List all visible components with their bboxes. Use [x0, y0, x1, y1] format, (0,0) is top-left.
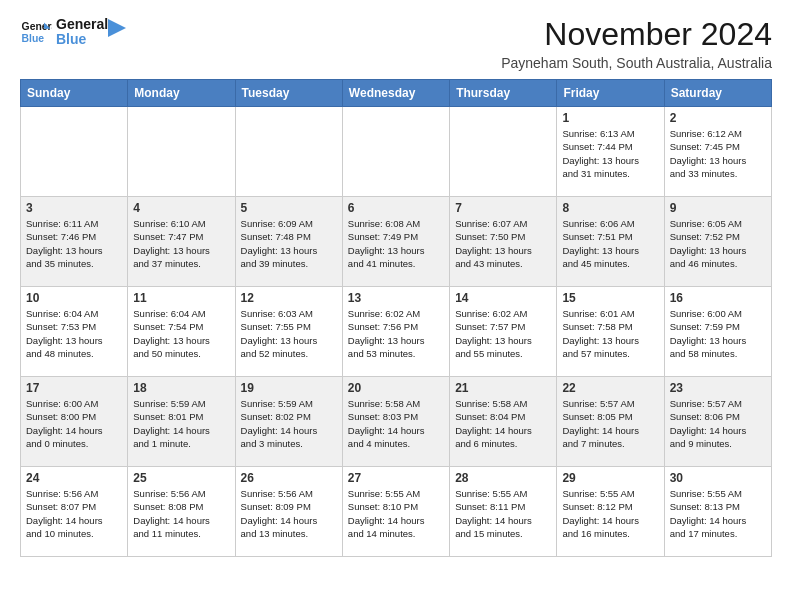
calendar-cell: 13Sunrise: 6:02 AM Sunset: 7:56 PM Dayli… — [342, 287, 449, 377]
calendar-cell: 29Sunrise: 5:55 AM Sunset: 8:12 PM Dayli… — [557, 467, 664, 557]
calendar-cell: 1Sunrise: 6:13 AM Sunset: 7:44 PM Daylig… — [557, 107, 664, 197]
calendar-cell: 16Sunrise: 6:00 AM Sunset: 7:59 PM Dayli… — [664, 287, 771, 377]
day-info: Sunrise: 6:01 AM Sunset: 7:58 PM Dayligh… — [562, 307, 658, 360]
calendar-cell: 14Sunrise: 6:02 AM Sunset: 7:57 PM Dayli… — [450, 287, 557, 377]
calendar-cell: 10Sunrise: 6:04 AM Sunset: 7:53 PM Dayli… — [21, 287, 128, 377]
calendar-cell — [21, 107, 128, 197]
day-number: 22 — [562, 381, 658, 395]
calendar-week-2: 3Sunrise: 6:11 AM Sunset: 7:46 PM Daylig… — [21, 197, 772, 287]
calendar-cell: 8Sunrise: 6:06 AM Sunset: 7:51 PM Daylig… — [557, 197, 664, 287]
day-info: Sunrise: 6:06 AM Sunset: 7:51 PM Dayligh… — [562, 217, 658, 270]
calendar-week-5: 24Sunrise: 5:56 AM Sunset: 8:07 PM Dayli… — [21, 467, 772, 557]
day-info: Sunrise: 6:00 AM Sunset: 8:00 PM Dayligh… — [26, 397, 122, 450]
weekday-header-thursday: Thursday — [450, 80, 557, 107]
day-number: 18 — [133, 381, 229, 395]
day-number: 12 — [241, 291, 337, 305]
calendar-cell — [128, 107, 235, 197]
logo-icon: General Blue — [20, 16, 52, 48]
calendar-cell: 22Sunrise: 5:57 AM Sunset: 8:05 PM Dayli… — [557, 377, 664, 467]
day-number: 13 — [348, 291, 444, 305]
calendar-cell: 11Sunrise: 6:04 AM Sunset: 7:54 PM Dayli… — [128, 287, 235, 377]
day-info: Sunrise: 5:56 AM Sunset: 8:08 PM Dayligh… — [133, 487, 229, 540]
calendar-cell — [342, 107, 449, 197]
day-info: Sunrise: 6:04 AM Sunset: 7:53 PM Dayligh… — [26, 307, 122, 360]
day-number: 14 — [455, 291, 551, 305]
calendar-table: SundayMondayTuesdayWednesdayThursdayFrid… — [20, 79, 772, 557]
calendar-cell: 21Sunrise: 5:58 AM Sunset: 8:04 PM Dayli… — [450, 377, 557, 467]
day-number: 15 — [562, 291, 658, 305]
day-info: Sunrise: 6:11 AM Sunset: 7:46 PM Dayligh… — [26, 217, 122, 270]
weekday-header-sunday: Sunday — [21, 80, 128, 107]
svg-text:Blue: Blue — [22, 33, 45, 44]
page: General Blue General Blue November 2024 … — [0, 0, 792, 573]
weekday-header-wednesday: Wednesday — [342, 80, 449, 107]
day-number: 23 — [670, 381, 766, 395]
day-info: Sunrise: 6:04 AM Sunset: 7:54 PM Dayligh… — [133, 307, 229, 360]
weekday-header-monday: Monday — [128, 80, 235, 107]
day-info: Sunrise: 6:10 AM Sunset: 7:47 PM Dayligh… — [133, 217, 229, 270]
day-number: 2 — [670, 111, 766, 125]
calendar-cell: 24Sunrise: 5:56 AM Sunset: 8:07 PM Dayli… — [21, 467, 128, 557]
calendar-cell: 7Sunrise: 6:07 AM Sunset: 7:50 PM Daylig… — [450, 197, 557, 287]
calendar-cell: 12Sunrise: 6:03 AM Sunset: 7:55 PM Dayli… — [235, 287, 342, 377]
day-info: Sunrise: 5:58 AM Sunset: 8:04 PM Dayligh… — [455, 397, 551, 450]
day-info: Sunrise: 6:09 AM Sunset: 7:48 PM Dayligh… — [241, 217, 337, 270]
day-info: Sunrise: 6:12 AM Sunset: 7:45 PM Dayligh… — [670, 127, 766, 180]
day-info: Sunrise: 6:13 AM Sunset: 7:44 PM Dayligh… — [562, 127, 658, 180]
weekday-header-saturday: Saturday — [664, 80, 771, 107]
day-info: Sunrise: 5:57 AM Sunset: 8:05 PM Dayligh… — [562, 397, 658, 450]
day-number: 9 — [670, 201, 766, 215]
calendar-cell: 28Sunrise: 5:55 AM Sunset: 8:11 PM Dayli… — [450, 467, 557, 557]
day-number: 6 — [348, 201, 444, 215]
day-info: Sunrise: 5:58 AM Sunset: 8:03 PM Dayligh… — [348, 397, 444, 450]
calendar-week-4: 17Sunrise: 6:00 AM Sunset: 8:00 PM Dayli… — [21, 377, 772, 467]
svg-marker-3 — [108, 19, 126, 37]
day-number: 19 — [241, 381, 337, 395]
logo-arrow-icon — [108, 19, 126, 37]
logo-general: General — [56, 17, 108, 32]
day-info: Sunrise: 5:59 AM Sunset: 8:01 PM Dayligh… — [133, 397, 229, 450]
day-number: 17 — [26, 381, 122, 395]
day-number: 26 — [241, 471, 337, 485]
title-section: November 2024 Payneham South, South Aust… — [501, 16, 772, 71]
day-number: 8 — [562, 201, 658, 215]
calendar-cell: 6Sunrise: 6:08 AM Sunset: 7:49 PM Daylig… — [342, 197, 449, 287]
day-number: 16 — [670, 291, 766, 305]
weekday-header-friday: Friday — [557, 80, 664, 107]
day-info: Sunrise: 5:55 AM Sunset: 8:11 PM Dayligh… — [455, 487, 551, 540]
day-info: Sunrise: 5:55 AM Sunset: 8:10 PM Dayligh… — [348, 487, 444, 540]
calendar-week-3: 10Sunrise: 6:04 AM Sunset: 7:53 PM Dayli… — [21, 287, 772, 377]
weekday-header-tuesday: Tuesday — [235, 80, 342, 107]
day-number: 3 — [26, 201, 122, 215]
header: General Blue General Blue November 2024 … — [20, 16, 772, 71]
day-info: Sunrise: 6:02 AM Sunset: 7:57 PM Dayligh… — [455, 307, 551, 360]
logo-blue: Blue — [56, 32, 108, 47]
calendar-cell: 26Sunrise: 5:56 AM Sunset: 8:09 PM Dayli… — [235, 467, 342, 557]
day-number: 7 — [455, 201, 551, 215]
day-info: Sunrise: 6:08 AM Sunset: 7:49 PM Dayligh… — [348, 217, 444, 270]
day-number: 1 — [562, 111, 658, 125]
day-number: 24 — [26, 471, 122, 485]
calendar-cell — [235, 107, 342, 197]
day-number: 27 — [348, 471, 444, 485]
day-info: Sunrise: 5:55 AM Sunset: 8:12 PM Dayligh… — [562, 487, 658, 540]
day-info: Sunrise: 5:57 AM Sunset: 8:06 PM Dayligh… — [670, 397, 766, 450]
day-number: 4 — [133, 201, 229, 215]
calendar-cell — [450, 107, 557, 197]
day-info: Sunrise: 6:05 AM Sunset: 7:52 PM Dayligh… — [670, 217, 766, 270]
calendar-header-row: SundayMondayTuesdayWednesdayThursdayFrid… — [21, 80, 772, 107]
day-info: Sunrise: 5:56 AM Sunset: 8:07 PM Dayligh… — [26, 487, 122, 540]
day-info: Sunrise: 5:59 AM Sunset: 8:02 PM Dayligh… — [241, 397, 337, 450]
day-number: 30 — [670, 471, 766, 485]
calendar-cell: 19Sunrise: 5:59 AM Sunset: 8:02 PM Dayli… — [235, 377, 342, 467]
calendar-cell: 23Sunrise: 5:57 AM Sunset: 8:06 PM Dayli… — [664, 377, 771, 467]
day-info: Sunrise: 6:03 AM Sunset: 7:55 PM Dayligh… — [241, 307, 337, 360]
day-number: 10 — [26, 291, 122, 305]
day-info: Sunrise: 6:00 AM Sunset: 7:59 PM Dayligh… — [670, 307, 766, 360]
day-info: Sunrise: 5:55 AM Sunset: 8:13 PM Dayligh… — [670, 487, 766, 540]
day-number: 11 — [133, 291, 229, 305]
calendar-body: 1Sunrise: 6:13 AM Sunset: 7:44 PM Daylig… — [21, 107, 772, 557]
calendar-cell: 20Sunrise: 5:58 AM Sunset: 8:03 PM Dayli… — [342, 377, 449, 467]
calendar-cell: 2Sunrise: 6:12 AM Sunset: 7:45 PM Daylig… — [664, 107, 771, 197]
month-title: November 2024 — [501, 16, 772, 53]
